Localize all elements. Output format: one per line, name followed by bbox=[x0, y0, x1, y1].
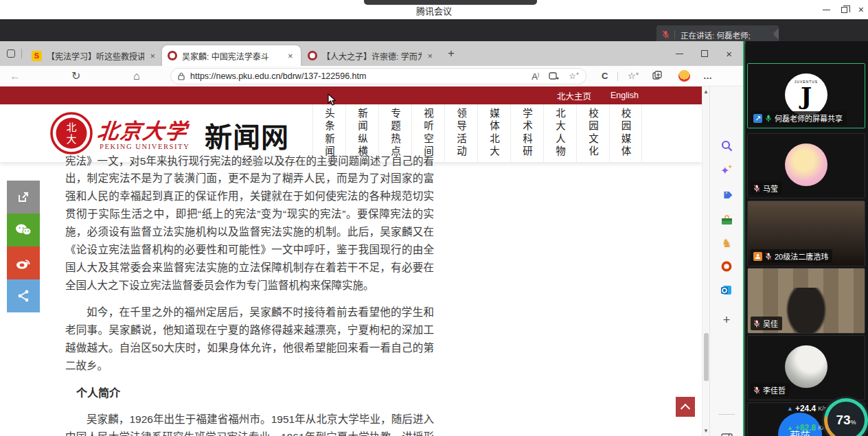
scroll-down-arrow-icon[interactable]: ▼ bbox=[703, 428, 709, 434]
sidebar-office-button[interactable] bbox=[710, 258, 743, 275]
nav-pku-people[interactable]: 北大人物 bbox=[543, 104, 576, 162]
favorites-icon[interactable]: ☆≡ bbox=[628, 71, 639, 81]
scroll-up-arrow-icon[interactable]: ▲ bbox=[703, 89, 709, 95]
ruc-favicon bbox=[308, 51, 317, 60]
participant-name: 马莹 bbox=[763, 183, 778, 194]
scrollbar-thumb[interactable] bbox=[704, 333, 709, 381]
refresh-button[interactable]: ↻ bbox=[71, 69, 80, 84]
upload-arrow-icon: ▲ bbox=[787, 405, 793, 412]
participant-tile-video[interactable]: 20级法二唐浩玮 bbox=[747, 200, 865, 266]
sidebar-search-button[interactable] bbox=[710, 137, 743, 154]
back-button[interactable]: ← bbox=[10, 69, 21, 84]
muted-mic-icon bbox=[753, 184, 760, 193]
browser-essentials-icon[interactable]: C bbox=[602, 71, 608, 81]
browser-close-button[interactable]: × bbox=[726, 49, 732, 59]
pku-favicon bbox=[168, 51, 177, 60]
screen-share-icon: ↗ bbox=[753, 114, 762, 123]
meeting-window-title: 腾讯会议 bbox=[416, 4, 452, 17]
url-text[interactable]: https://news.pku.edu.cn/bdrw/137-122596.… bbox=[190, 71, 522, 81]
mic-on-icon bbox=[765, 114, 772, 123]
network-upload-stat: ▲ +24.4 K/s bbox=[787, 404, 827, 413]
meeting-background: 正在讲话: 何磊老师; 【宪法学习】听这些教授讲宪法 × 吴家麟: 中国宪法学泰… bbox=[0, 19, 868, 436]
participant-name: 20级法二唐浩玮 bbox=[775, 251, 828, 262]
nav-media-pku[interactable]: 媒体北大 bbox=[477, 104, 510, 162]
collections-icon[interactable] bbox=[652, 71, 663, 80]
nav-campus-culture[interactable]: 校园文化 bbox=[576, 104, 609, 162]
pku-news-page: 北大主页 English 北 大 北京大学 PEKING UNIVERSITY … bbox=[0, 87, 702, 436]
pku-seal-logo: 北 大 bbox=[49, 111, 93, 155]
sidebar-outlook-button[interactable] bbox=[710, 282, 743, 298]
muted-mic-icon bbox=[753, 319, 760, 328]
browser-toolbar: ← ↻ ⌂ https://news.pku.edu.cn/bdrw/137-1… bbox=[0, 66, 743, 87]
participant-strip: JUVENTUS J ↗ 何磊老师的屏幕共享 bbox=[746, 41, 868, 436]
tab-actions-menu-icon[interactable] bbox=[7, 49, 15, 58]
nav-campus-media[interactable]: 校园媒体 bbox=[609, 104, 642, 162]
sidebar-panel-toggle[interactable] bbox=[710, 430, 743, 436]
participant-tile-sharing[interactable]: JUVENTUS J ↗ 何磊老师的屏幕共享 bbox=[747, 63, 865, 128]
link-pku-home[interactable]: 北大主页 bbox=[557, 89, 591, 102]
toolbox-icon bbox=[721, 215, 733, 225]
article-paragraph-3: 吴家麟，1926年出生于福建省福州市。1951年从北京大学毕业，随后进入中国人民… bbox=[65, 411, 434, 436]
outlook-icon bbox=[721, 285, 732, 295]
price-tag-icon bbox=[721, 190, 732, 200]
muted-mic-icon bbox=[662, 30, 670, 39]
address-bar[interactable]: https://news.pku.edu.cn/bdrw/137-122596.… bbox=[170, 68, 586, 84]
extension-pooh-icon[interactable] bbox=[678, 70, 690, 82]
nav-leadership[interactable]: 领导活动 bbox=[444, 104, 477, 162]
browser-tabstrip: 【宪法学习】听这些教授讲宪法 × 吴家麟: 中国宪法学泰斗 × 【人大之子】许崇… bbox=[0, 41, 743, 66]
muted-mic-icon bbox=[765, 252, 772, 261]
university-name-en: PEKING UNIVERSITY bbox=[100, 143, 190, 150]
article-body: 宪法》一文，对5年来执行现行宪法的经验以及存在的主要问题阐述了自己的看法。他指 … bbox=[65, 162, 434, 436]
share-more-button[interactable] bbox=[7, 279, 40, 312]
new-tab-button[interactable]: + bbox=[448, 47, 455, 60]
tab-close-icon[interactable]: × bbox=[288, 51, 293, 60]
meeting-titlebar: 腾讯会议 × bbox=[0, 0, 868, 19]
split-screen-icon[interactable] bbox=[549, 72, 559, 81]
close-button[interactable]: × bbox=[858, 5, 864, 14]
shared-screen: 【宪法学习】听这些教授讲宪法 × 吴家麟: 中国宪法学泰斗 × 【人大之子】许崇… bbox=[0, 41, 744, 436]
share-wechat-button[interactable] bbox=[7, 214, 40, 246]
battery-gauge-widget: 73 % bbox=[824, 398, 868, 436]
sidebar-copilot-button[interactable]: ✦ ✦ bbox=[710, 162, 743, 179]
minimize-button[interactable] bbox=[823, 10, 830, 10]
sidebar-games-button[interactable]: ♞ bbox=[710, 235, 743, 251]
sidebar-tools-button[interactable] bbox=[710, 211, 743, 228]
anime-avatar bbox=[785, 144, 827, 186]
export-icon bbox=[16, 190, 30, 204]
participant-tile-video[interactable]: 吴佳 bbox=[747, 268, 865, 334]
restore-button[interactable] bbox=[841, 7, 847, 13]
back-to-top-button[interactable] bbox=[676, 397, 695, 417]
browser-minimize-button[interactable] bbox=[676, 54, 683, 54]
participant-name: 吴佳 bbox=[763, 318, 778, 329]
sidebar-add-button[interactable]: + bbox=[710, 312, 743, 328]
browser-tab-1[interactable]: 【宪法学习】听这些教授讲宪法 × bbox=[26, 45, 161, 66]
browser-maximize-button[interactable] bbox=[701, 50, 708, 57]
mouse-cursor bbox=[327, 93, 336, 106]
share-weibo-button[interactable] bbox=[7, 246, 40, 279]
sidebar-shopping-button[interactable] bbox=[710, 187, 743, 203]
pku-topbar: 北大主页 English bbox=[0, 87, 702, 104]
muted-mic-icon bbox=[753, 386, 760, 395]
page-scrollbar[interactable]: ▲ ▼ bbox=[702, 87, 709, 436]
home-button[interactable]: ⌂ bbox=[133, 69, 140, 84]
video-site-favicon bbox=[32, 51, 42, 61]
university-name-cn[interactable]: 北京大学 bbox=[96, 114, 190, 145]
article-paragraph-1: 出，制定宪法不是为了装潢门面，更不是为了糊弄人民，而是为了对国家的富强和人民的幸… bbox=[65, 170, 434, 295]
download-arrow-icon: ▲ bbox=[787, 424, 793, 431]
share-export-button[interactable] bbox=[7, 181, 40, 214]
read-aloud-icon[interactable]: A) bbox=[532, 71, 539, 82]
link-english[interactable]: English bbox=[610, 91, 639, 100]
site-name[interactable]: 新闻网 bbox=[205, 115, 289, 155]
participant-tile[interactable]: 李佳哲 bbox=[747, 335, 865, 400]
screenshot-root: 腾讯会议 × 正在讲话: 何磊老师; bbox=[0, 0, 868, 436]
browser-tab-2-active[interactable]: 吴家麟: 中国宪法学泰斗 × bbox=[162, 45, 301, 66]
participant-tile[interactable]: 马莹 bbox=[747, 133, 865, 198]
browser-tab-3[interactable]: 【人大之子】许崇德: 学而为宪 × bbox=[302, 45, 438, 66]
tab-close-icon[interactable]: × bbox=[427, 51, 433, 60]
article-clipped-line: 宪法》一文，对5年来执行现行宪法的经验以及存在的主要问题阐述了自己的看法。他指 bbox=[65, 152, 434, 170]
nav-academic-research[interactable]: 学术科研 bbox=[510, 104, 543, 162]
chess-knight-icon: ♞ bbox=[721, 236, 731, 251]
settings-menu-icon[interactable]: … bbox=[703, 71, 712, 81]
tab-close-icon[interactable]: × bbox=[150, 51, 155, 60]
add-favorite-icon[interactable]: ☆+ bbox=[569, 71, 579, 81]
